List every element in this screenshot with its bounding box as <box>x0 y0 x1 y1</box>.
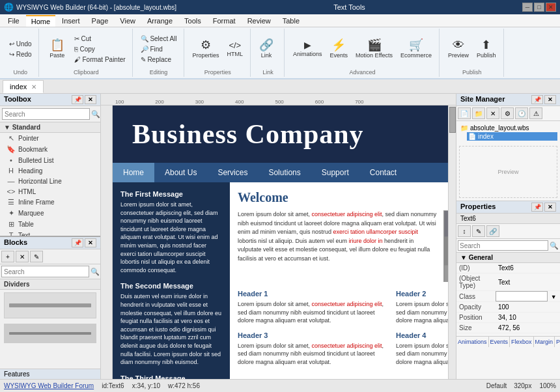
menu-table[interactable]: Table <box>277 16 305 26</box>
nav-item-services[interactable]: Services <box>207 163 258 182</box>
nav-item-solutions[interactable]: Solutions <box>258 163 311 182</box>
blocks-close-btn[interactable]: ✕ <box>85 238 96 247</box>
link-button[interactable]: 🔗 Link <box>256 37 277 61</box>
props-tab-padding[interactable]: Padding <box>555 337 560 347</box>
select-all-button[interactable]: 🔍 Select All <box>138 34 180 44</box>
find-button[interactable]: 🔎 Find <box>138 44 180 54</box>
site-mgr-delete-btn[interactable]: ✕ <box>486 107 499 119</box>
site-mgr-folder-btn[interactable]: 📁 <box>472 107 485 119</box>
nav-item-about[interactable]: About Us <box>154 163 207 182</box>
menu-review[interactable]: Review <box>242 16 276 26</box>
toolbox-item-inline-frame[interactable]: ☰ Inline Frame <box>0 197 100 208</box>
status-mode-label: Default <box>486 382 507 389</box>
blocks-pin-button[interactable]: 📌 <box>72 238 83 247</box>
cut-button[interactable]: ✂ Cut <box>72 34 128 44</box>
site-mgr-warn-btn[interactable]: ⚠ <box>529 107 542 119</box>
menu-view[interactable]: View <box>115 16 141 26</box>
html-button[interactable]: </> HTML <box>224 39 247 59</box>
nav-item-home[interactable]: Home <box>113 163 154 182</box>
paste-label: Paste <box>49 52 64 59</box>
site-mgr-settings-btn[interactable]: ⚙ <box>501 107 514 119</box>
properties-button[interactable]: ⚙ Properties <box>189 37 223 61</box>
redo-button[interactable]: ↪ Redo <box>7 49 35 59</box>
toolbox-item-marquee[interactable]: ✦ Marquee <box>0 208 100 219</box>
toolbox-item-table[interactable]: ⊞ Table <box>0 219 100 230</box>
props-edit-btn[interactable]: ✎ <box>472 225 485 237</box>
ruler-mark-400: 400 <box>235 99 244 105</box>
undo-button[interactable]: ↩ Undo <box>7 39 35 49</box>
window-controls[interactable]: ─ □ ✕ <box>522 3 556 12</box>
copy-button[interactable]: ⎘ Copy <box>72 44 128 54</box>
toolbox-search-input[interactable] <box>2 108 90 120</box>
props-pin-btn[interactable]: 📌 <box>531 203 543 212</box>
menu-home[interactable]: Home <box>26 15 55 27</box>
close-button[interactable]: ✕ <box>546 3 556 12</box>
tree-item-root[interactable]: 📁 absolute_layout.wbs <box>459 124 557 132</box>
menu-tools[interactable]: Tools <box>179 16 206 26</box>
toolbox-standard-section[interactable]: ▼ Standard <box>0 122 100 133</box>
publish-button[interactable]: ⬆ Publish <box>473 37 499 61</box>
nav-item-contact[interactable]: Contact <box>359 163 407 182</box>
props-controls: 📌 ✕ <box>531 203 556 212</box>
replace-button[interactable]: ✎ Replace <box>138 55 180 64</box>
toolbox-item-bookmark[interactable]: 🔖 Bookmark <box>0 144 100 155</box>
tab-index[interactable]: index ✕ <box>3 80 44 93</box>
menu-page[interactable]: Page <box>87 16 114 26</box>
props-class-arrow[interactable]: ▼ <box>551 294 557 300</box>
events-button[interactable]: ⚡ Events <box>327 37 352 61</box>
toolbox-item-html[interactable]: <> HTML <box>0 186 100 197</box>
site-mgr-close-btn[interactable]: ✕ <box>544 95 556 104</box>
scrollbar-thumb-v[interactable] <box>449 107 456 133</box>
blocks-edit-btn[interactable]: ✎ <box>30 251 43 262</box>
blocks-add-btn[interactable]: + <box>1 251 14 262</box>
ecommerce-button[interactable]: 🛒 Ecommerce <box>397 37 435 61</box>
publish-group-label: Publish <box>445 68 499 76</box>
preview-button[interactable]: 👁 Preview <box>445 37 472 61</box>
status-zoom: 320px <box>514 382 531 389</box>
status-forum-link[interactable]: WYSIWYG Web Builder Forum <box>4 382 94 389</box>
tab-close-icon[interactable]: ✕ <box>31 83 36 91</box>
format-painter-button[interactable]: 🖌 Format Painter <box>72 55 128 64</box>
nav-item-support[interactable]: Support <box>311 163 359 182</box>
props-close-btn[interactable]: ✕ <box>544 203 556 212</box>
toolbox-item-text[interactable]: T Text <box>0 230 100 236</box>
props-link-btn[interactable]: 🔗 <box>486 225 499 237</box>
props-tab-animations[interactable]: Animations <box>456 337 489 347</box>
maximize-button[interactable]: □ <box>534 3 544 12</box>
props-search-input[interactable] <box>458 240 548 251</box>
ribbon-btns-link: 🔗 Link <box>256 30 280 68</box>
menu-arrange[interactable]: Arrange <box>142 16 178 26</box>
toolbox-item-horizontal-line[interactable]: — Horizontal Line <box>0 176 100 186</box>
props-sort-btn[interactable]: ↕ <box>458 225 471 237</box>
tree-item-index[interactable]: 📄 index <box>467 132 557 141</box>
paste-button[interactable]: 📋 Paste <box>44 37 70 61</box>
text-icon: T <box>7 231 16 236</box>
blocks-search-input[interactable] <box>1 266 89 277</box>
site-mgr-clock-btn[interactable]: 🕐 <box>515 107 528 119</box>
html-toolbox-icon: <> <box>7 188 16 195</box>
props-tab-margin[interactable]: Margin <box>534 337 555 347</box>
props-tab-flexbox[interactable]: Flexbox <box>510 337 534 347</box>
minimize-button[interactable]: ─ <box>522 3 533 12</box>
menu-file[interactable]: File <box>3 16 25 26</box>
toolbox-close-btn[interactable]: ✕ <box>85 95 96 104</box>
site-mgr-new-btn[interactable]: 📄 <box>458 107 471 119</box>
blocks-delete-btn[interactable]: ✕ <box>16 251 29 262</box>
site-mgr-pin-btn[interactable]: 📌 <box>531 95 543 104</box>
motion-effects-button[interactable]: 🎬 Motion Effects <box>352 37 396 61</box>
toolbox-scroll: ▼ Standard ↖ Pointer 🔖 Bookmark • Bullet… <box>0 122 100 236</box>
toolbox-pin-button[interactable]: 📌 <box>72 95 83 104</box>
toolbox-item-heading[interactable]: H Heading <box>0 165 100 176</box>
menu-insert[interactable]: Insert <box>57 16 85 26</box>
inline-frame-icon: ☰ <box>7 198 16 206</box>
advanced-group-label: Advanced <box>290 68 435 76</box>
menu-format[interactable]: Format <box>208 16 241 26</box>
toolbox-item-bulleted-list[interactable]: • Bulleted List <box>0 155 100 165</box>
canvas-scrollbar-v[interactable] <box>448 105 456 379</box>
props-class-input[interactable] <box>496 291 548 301</box>
blocks-dividers-section[interactable]: Dividers <box>0 279 100 290</box>
props-tab-events[interactable]: Events <box>489 337 511 347</box>
animations-button[interactable]: ▶ Animations <box>290 38 326 59</box>
tab-index-label: index <box>10 83 27 91</box>
toolbox-item-pointer[interactable]: ↖ Pointer <box>0 133 100 144</box>
